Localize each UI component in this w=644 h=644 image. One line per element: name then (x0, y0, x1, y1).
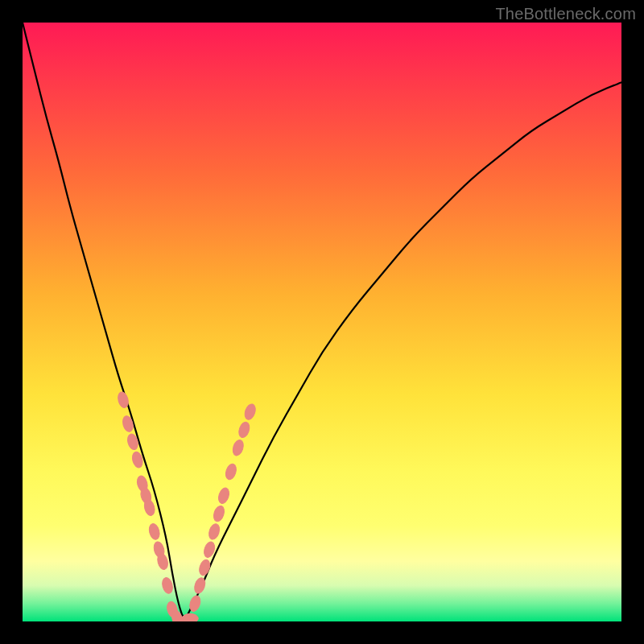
bead-marker (207, 522, 221, 541)
chart-plot (23, 23, 621, 621)
chart-frame (23, 23, 621, 621)
bead-marker (237, 421, 252, 440)
bottleneck-curve (23, 23, 621, 618)
bead-marker (182, 613, 198, 621)
bead-marker (161, 576, 175, 594)
bead-marker (217, 486, 231, 505)
bead-marker (147, 522, 161, 540)
bead-marker (243, 402, 258, 421)
bead-cluster (117, 390, 258, 621)
bead-marker (231, 439, 246, 457)
bead-marker (212, 505, 226, 523)
bead-marker (197, 559, 212, 577)
bead-marker (224, 463, 238, 481)
watermark-text: TheBottleneck.com (495, 5, 636, 23)
